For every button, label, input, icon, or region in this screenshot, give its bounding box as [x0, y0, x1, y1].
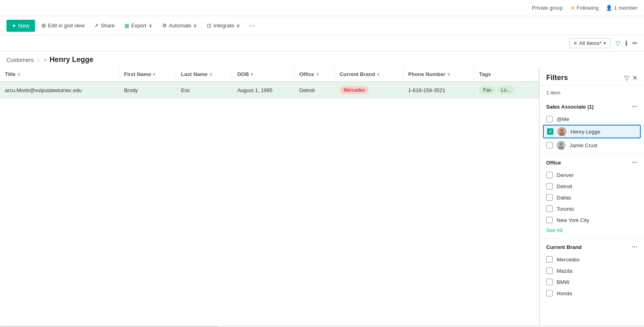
edit-grid-view-button[interactable]: ⊞ Edit in grid view	[38, 21, 88, 30]
office-chevron-icon: ∨	[316, 72, 319, 76]
export-button[interactable]: ▦ Export ∨	[121, 21, 156, 30]
filter-item-detroit[interactable]: Detroit	[540, 181, 644, 192]
filter-item-bmw[interactable]: BMW	[540, 276, 644, 288]
filter-divider-2	[540, 238, 644, 239]
all-items-pill[interactable]: ≡ All Items* ▾	[570, 38, 611, 48]
automate-icon: ⚙	[162, 23, 167, 29]
henry-legge-avatar	[557, 127, 566, 136]
filter-checkbox-detroit[interactable]	[546, 183, 553, 189]
filter-item-honda[interactable]: Honda	[540, 288, 644, 299]
col-header-office[interactable]: Office∨	[294, 67, 334, 82]
plus-icon: +	[12, 22, 16, 29]
filter-item-jamie-crust[interactable]: Jamie Crust	[540, 138, 644, 152]
all-items-chevron-icon: ▾	[604, 41, 606, 46]
filter-item-me[interactable]: @Me	[540, 113, 644, 125]
all-items-bar-icons: ▽ ℹ ✏	[615, 39, 638, 47]
filter-label-detroit: Detroit	[557, 183, 572, 189]
filter-divider-1	[540, 154, 644, 154]
person-icon: 👤	[606, 5, 612, 11]
cell-dob: August 1, 1995	[232, 82, 294, 99]
filter-checkbox-honda[interactable]	[546, 290, 553, 296]
office-more-icon[interactable]: ···	[632, 159, 638, 166]
filter-label-me: @Me	[557, 116, 569, 122]
new-button[interactable]: + New	[6, 20, 35, 32]
filter-checkbox-jamie[interactable]	[546, 142, 553, 148]
toolbar-more-button[interactable]: ···	[247, 20, 258, 31]
svg-point-1	[560, 129, 564, 132]
first-name-chevron-icon: ∨	[153, 72, 155, 76]
filter-item-mazda[interactable]: Mazda	[540, 265, 644, 276]
col-header-last-name[interactable]: Last Name∨	[176, 67, 232, 82]
jamie-crust-avatar	[557, 141, 566, 150]
breadcrumb: Customers ☆ > Henry Legge	[0, 51, 644, 67]
filter-checkbox-me[interactable]	[546, 116, 553, 122]
dob-chevron-icon: ∨	[250, 72, 253, 76]
cell-current_brand: Mercedes	[334, 82, 403, 99]
export-chevron-icon: ∨	[149, 23, 153, 29]
filter-active-icon[interactable]: ▽	[615, 39, 620, 47]
col-header-title[interactable]: Title∨	[0, 67, 119, 82]
filter-checkbox-mercedes[interactable]	[546, 256, 553, 263]
integrate-button[interactable]: ⊡ Integrate ∨	[204, 21, 243, 30]
filter-checkbox-mazda[interactable]	[546, 267, 553, 274]
following-star-icon: ★	[570, 5, 575, 11]
filter-checkbox-henry[interactable]	[547, 128, 553, 135]
breadcrumb-star-icon[interactable]: ☆	[36, 57, 41, 63]
filter-checkbox-nyc[interactable]	[546, 217, 553, 223]
col-header-tags[interactable]: Tags	[474, 67, 539, 82]
cell-last_name: Eric	[176, 82, 232, 99]
brand-badge: Mercedes	[340, 86, 369, 94]
filter-item-toronto[interactable]: Toronto	[540, 203, 644, 214]
filter-item-dallas[interactable]: Dallas	[540, 192, 644, 203]
filter-label-bmw: BMW	[557, 279, 570, 285]
automate-chevron-icon: ∨	[193, 23, 197, 29]
filter-item-henry-legge[interactable]: Henry Legge	[543, 125, 641, 138]
filter-close-icon[interactable]: ✕	[632, 74, 638, 82]
sales-associate-more-icon[interactable]: ···	[632, 103, 638, 110]
filter-section-brand-header: Current Brand ···	[540, 240, 644, 254]
cell-office: Detroit	[294, 82, 334, 99]
top-bar-right: Private group ★ Following 👤 1 member	[532, 5, 638, 11]
cell-first_name: Brody	[119, 82, 176, 99]
filter-icon[interactable]: ▽	[624, 74, 629, 82]
table-row[interactable]: arcu.Morbi@vulputateduinec.eduBrodyEricA…	[0, 82, 539, 99]
members-label: 👤 1 member	[606, 5, 638, 11]
filter-label-mercedes: Mercedes	[557, 257, 580, 263]
filter-label-dallas: Dallas	[557, 195, 571, 201]
filter-section-office-header: Office ···	[540, 156, 644, 169]
filter-label-jamie: Jamie Crust	[570, 142, 597, 148]
breadcrumb-current: Henry Legge	[50, 56, 93, 64]
filter-section-office: Office ··· Denver Detroit Dallas Toronto	[540, 156, 644, 237]
following-label[interactable]: ★ Following	[570, 5, 599, 11]
filter-checkbox-bmw[interactable]	[546, 279, 553, 285]
data-table: Title∨ First Name∨ Last Name∨ DOB∨ Offic…	[0, 67, 539, 99]
edit-view-icon[interactable]: ✏	[632, 39, 638, 47]
filter-panel-header: Filters ▽ ✕	[540, 74, 644, 86]
col-header-dob[interactable]: DOB∨	[232, 67, 294, 82]
filter-label-nyc: New York City	[557, 217, 589, 223]
automate-button[interactable]: ⚙ Automate ∨	[159, 21, 201, 30]
filter-checkbox-dallas[interactable]	[546, 194, 553, 201]
filter-item-mercedes[interactable]: Mercedes	[540, 254, 644, 265]
all-items-bar: ≡ All Items* ▾ ▽ ℹ ✏	[0, 35, 644, 51]
info-icon[interactable]: ℹ	[625, 39, 627, 47]
top-bar: Private group ★ Following 👤 1 member	[0, 0, 644, 16]
svg-point-4	[559, 142, 563, 146]
col-header-first-name[interactable]: First Name∨	[119, 67, 176, 82]
brand-more-icon[interactable]: ···	[632, 243, 638, 251]
sales-associate-label: Sales Associate (1)	[546, 104, 594, 110]
filter-section-sales-associate: Sales Associate (1) ··· @Me Henry L	[540, 100, 644, 152]
col-header-phone-number[interactable]: Phone Number∨	[403, 67, 474, 82]
list-area: Title∨ First Name∨ Last Name∨ DOB∨ Offic…	[0, 67, 539, 326]
lines-icon: ≡	[574, 40, 577, 46]
filter-checkbox-toronto[interactable]	[546, 206, 553, 212]
breadcrumb-parent-link[interactable]: Customers	[6, 57, 34, 63]
filter-label-denver: Denver	[557, 172, 574, 178]
breadcrumb-separator: >	[44, 57, 47, 63]
share-button[interactable]: ↗ Share	[91, 21, 118, 30]
filter-item-denver[interactable]: Denver	[540, 169, 644, 181]
col-header-current-brand[interactable]: Current Brand∨	[334, 67, 403, 82]
filter-item-new-york-city[interactable]: New York City	[540, 214, 644, 226]
filter-checkbox-denver[interactable]	[546, 172, 553, 178]
see-all-office-link[interactable]: See All	[540, 226, 644, 237]
